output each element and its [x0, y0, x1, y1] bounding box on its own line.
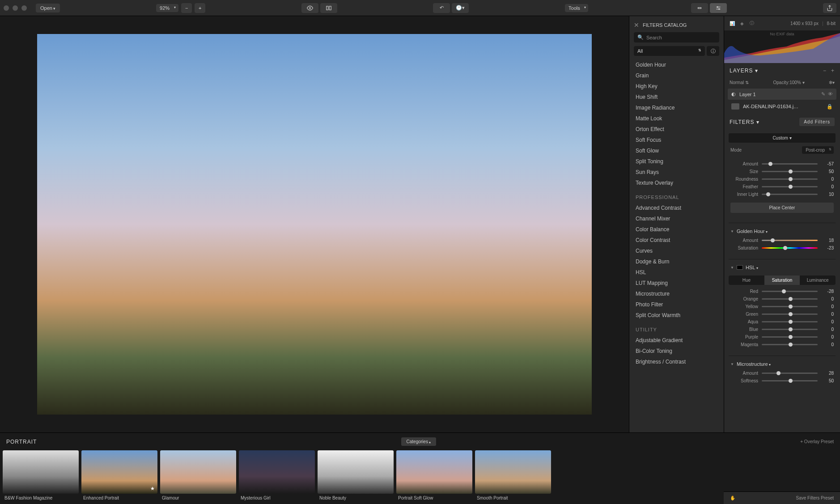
filter-item[interactable]: Soft Glow [631, 145, 722, 156]
history-button[interactable]: 🕐▾ [452, 3, 469, 13]
size-slider[interactable] [762, 171, 818, 172]
filter-item[interactable]: Bi-Color Toning [631, 346, 722, 356]
hsl-tab-hue[interactable]: Hue [729, 275, 764, 285]
visibility-icon[interactable]: 👁 [828, 91, 833, 97]
layer-settings-icon[interactable]: ✻▾ [829, 80, 835, 85]
filter-list[interactable]: Golden Hour Grain High Key Hue Shift Ima… [629, 59, 724, 432]
feather-slider[interactable] [762, 186, 818, 187]
layers-title[interactable]: LAYERS ▾ [730, 68, 758, 74]
place-center-button[interactable]: Place Center [730, 203, 834, 213]
filter-item[interactable]: LUT Mapping [631, 278, 722, 288]
add-filters-button[interactable]: Add Filters [799, 118, 835, 126]
preset-select[interactable]: Custom ▾ [729, 133, 836, 143]
image-canvas[interactable] [37, 34, 592, 415]
filter-item[interactable]: Dodge & Burn [631, 256, 722, 267]
preset-item[interactable]: Smooth Portrait [475, 450, 551, 500]
filter-item[interactable]: Curves [631, 246, 722, 256]
preset-item[interactable]: B&W Fashion Magazine [3, 450, 79, 500]
gh-amount-slider[interactable] [762, 240, 818, 241]
export-button[interactable] [823, 3, 836, 13]
filter-item[interactable]: Orton Effect [631, 124, 722, 135]
hsl-magenta-slider[interactable] [762, 344, 818, 345]
filter-item[interactable]: Sun Rays [631, 167, 722, 178]
filter-item[interactable]: Soft Focus [631, 135, 722, 145]
filter-item[interactable]: Texture Overlay [631, 178, 722, 188]
filter-item[interactable]: Color Contrast [631, 235, 722, 246]
filter-item[interactable]: Split Color Warmth [631, 310, 722, 321]
favorite-icon[interactable]: ★ [150, 486, 155, 491]
zoom-out-button[interactable]: − [181, 3, 192, 13]
filter-item[interactable]: Split Toning [631, 156, 722, 167]
info-icon[interactable]: ⓘ [748, 20, 755, 27]
filter-item[interactable]: HSL [631, 267, 722, 278]
hsl-aqua-slider[interactable] [762, 321, 818, 322]
catalog-info-button[interactable]: ⓘ [707, 46, 719, 56]
filter-item[interactable]: Color Balance [631, 224, 722, 235]
gh-saturation-slider[interactable] [762, 247, 818, 249]
open-button[interactable]: Open [36, 4, 60, 13]
close-window[interactable] [4, 5, 9, 11]
filter-item[interactable]: Adjustable Gradient [631, 335, 722, 346]
zoom-select[interactable]: 92% [156, 4, 178, 12]
inner-light-slider[interactable] [762, 194, 818, 195]
filters-title[interactable]: FILTERS ▾ [730, 119, 759, 125]
blend-mode-select[interactable]: Normal ⇅ [730, 80, 749, 85]
hsl-yellow-slider[interactable] [762, 306, 818, 307]
color-swatch[interactable] [737, 265, 743, 270]
preset-item[interactable]: Portrait Soft Glow [396, 450, 472, 500]
opacity-value[interactable]: 100% [789, 80, 801, 85]
roundness-slider[interactable] [762, 178, 818, 180]
micro-amount-slider[interactable] [762, 373, 818, 374]
brush-icon[interactable]: ✎ [821, 91, 825, 97]
add-layer-button[interactable]: + [831, 68, 835, 74]
hsl-orange-slider[interactable] [762, 298, 818, 300]
collapse-layers-button[interactable]: − [823, 68, 827, 74]
canvas-area[interactable] [0, 16, 629, 432]
hsl-red-slider[interactable] [762, 291, 818, 292]
preview-toggle[interactable] [301, 3, 318, 13]
amount-slider[interactable] [762, 163, 818, 165]
tools-dropdown[interactable]: Tools [565, 4, 588, 12]
filter-item[interactable]: Channel Mixer [631, 213, 722, 224]
micro-softness-slider[interactable] [762, 380, 818, 381]
hsl-tab-luminance[interactable]: Luminance [800, 275, 836, 285]
compare-toggle[interactable] [320, 3, 337, 13]
undo-button[interactable]: ↶ [433, 3, 450, 13]
preset-item[interactable]: Glamour [160, 450, 236, 500]
histogram[interactable]: No EXIF data [724, 31, 840, 63]
overlay-preset-button[interactable]: + Overlay Preset [800, 439, 834, 444]
hsl-purple-slider[interactable] [762, 336, 818, 338]
layer-item[interactable]: ◐ Layer 1 ✎ 👁 [728, 89, 836, 100]
mode-select[interactable]: Post-crop [802, 146, 834, 154]
filter-item[interactable]: Grain [631, 70, 722, 81]
minimize-window[interactable] [13, 5, 18, 11]
layer-item-base[interactable]: AK-DENALINP-01634.j… 🔒 [728, 101, 836, 112]
catalog-filter-select[interactable]: All [634, 46, 705, 56]
filter-item[interactable]: Matte Look [631, 113, 722, 124]
close-catalog-button[interactable]: ✕ [634, 21, 639, 29]
layer-mask-icon[interactable]: ◐ [731, 91, 736, 97]
histogram-icon[interactable]: 📊 [729, 20, 736, 27]
preset-item[interactable]: Noble Beauty [318, 450, 394, 500]
filter-item[interactable]: Advanced Contrast [631, 203, 722, 213]
filters-panel-toggle[interactable] [710, 3, 727, 13]
hsl-green-slider[interactable] [762, 313, 818, 315]
stack-icon[interactable]: ◈ [738, 20, 746, 27]
hsl-tab-saturation[interactable]: Saturation [764, 275, 800, 285]
filter-item[interactable]: High Key [631, 81, 722, 92]
search-input[interactable]: 🔍 Search [634, 32, 719, 42]
preset-item[interactable]: Mysterious Girl [239, 450, 315, 500]
maximize-window[interactable] [21, 5, 27, 11]
filter-item[interactable]: Hue Shift [631, 92, 722, 102]
zoom-in-button[interactable]: + [195, 3, 205, 13]
hand-tool-icon[interactable]: ✋ [730, 496, 735, 500]
filter-item[interactable]: Photo Filter [631, 299, 722, 310]
preset-item[interactable]: Enhanced Portrait★ [81, 450, 157, 500]
save-preset-button[interactable]: Save Filters Preset [796, 496, 834, 500]
filter-item[interactable]: Image Radiance [631, 102, 722, 113]
filter-item[interactable]: Brightness / Contrast [631, 356, 722, 367]
hsl-group[interactable]: ▼ HSL [724, 261, 840, 273]
golden-hour-group[interactable]: ▼ Golden Hour [724, 225, 840, 237]
filter-item[interactable]: Microstructure [631, 288, 722, 299]
hsl-blue-slider[interactable] [762, 329, 818, 330]
